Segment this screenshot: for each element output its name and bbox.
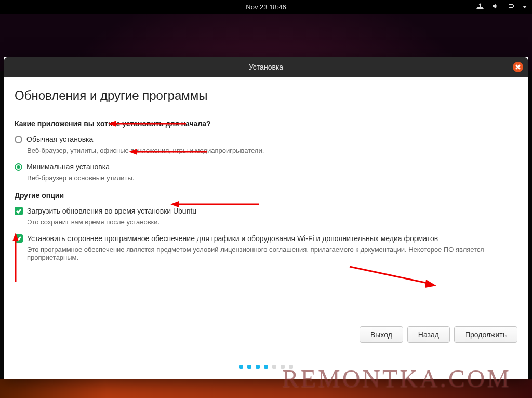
progress-dot	[272, 365, 276, 369]
quit-button[interactable]: Выход	[360, 326, 403, 343]
progress-dot	[264, 365, 268, 369]
progress-dot	[289, 365, 293, 369]
progress-dot	[239, 365, 243, 369]
radio-icon	[15, 136, 22, 143]
wizard-buttons: Выход Назад Продолжить	[360, 326, 517, 343]
installer-window: Установка Обновления и другие программы …	[4, 57, 528, 379]
checkbox-checked-icon	[15, 207, 23, 215]
close-button[interactable]	[513, 62, 523, 72]
gnome-topbar: Nov 23 18:46	[0, 0, 532, 14]
checkbox-thirdparty-desc: Это программное обеспечение является пре…	[27, 246, 517, 261]
checkbox-download-updates[interactable]: Загрузить обновления во время установки …	[15, 207, 517, 215]
checkbox-label: Установить стороннее программное обеспеч…	[27, 234, 438, 243]
clock: Nov 23 18:46	[246, 3, 286, 11]
installer-body: Обновления и другие программы Какие прил…	[4, 77, 528, 379]
battery-icon[interactable]	[507, 2, 515, 12]
system-tray[interactable]	[476, 0, 527, 14]
network-icon[interactable]	[476, 2, 484, 12]
svg-marker-9	[425, 280, 436, 288]
checkbox-label: Загрузить обновления во время установки …	[27, 207, 196, 215]
radio-icon	[15, 163, 22, 171]
radio-label: Обычная установка	[26, 135, 93, 143]
radio-label: Минимальная установка	[26, 163, 110, 171]
install-type-question: Какие приложения вы хотите установить дл…	[15, 120, 517, 128]
checkbox-checked-icon	[15, 234, 23, 243]
continue-button[interactable]: Продолжить	[454, 326, 517, 343]
window-title: Установка	[249, 63, 283, 71]
progress-dot	[256, 365, 260, 369]
volume-icon[interactable]	[491, 2, 500, 12]
page-title: Обновления и другие программы	[15, 88, 517, 103]
radio-minimal-install[interactable]: Минимальная установка	[15, 163, 517, 171]
radio-minimal-desc: Веб-браузер и основные утилиты.	[27, 174, 517, 182]
radio-normal-install[interactable]: Обычная установка	[15, 135, 517, 143]
checkbox-updates-desc: Это сохранит вам время после установки.	[27, 218, 517, 226]
radio-normal-desc: Веб-браузер, утилиты, офисные приложения…	[27, 147, 517, 154]
tray-caret-icon[interactable]	[523, 6, 527, 8]
annotation-arrow	[347, 264, 441, 292]
other-options-label: Другие опции	[15, 191, 517, 200]
progress-dots	[4, 365, 528, 369]
progress-dot	[247, 365, 251, 369]
close-icon	[515, 64, 521, 70]
svg-line-8	[350, 267, 430, 284]
progress-dot	[281, 365, 285, 369]
desktop-background-bottom	[0, 379, 532, 398]
checkbox-third-party[interactable]: Установить стороннее программное обеспеч…	[15, 234, 517, 243]
back-button[interactable]: Назад	[407, 326, 450, 343]
window-titlebar: Установка	[4, 57, 528, 77]
